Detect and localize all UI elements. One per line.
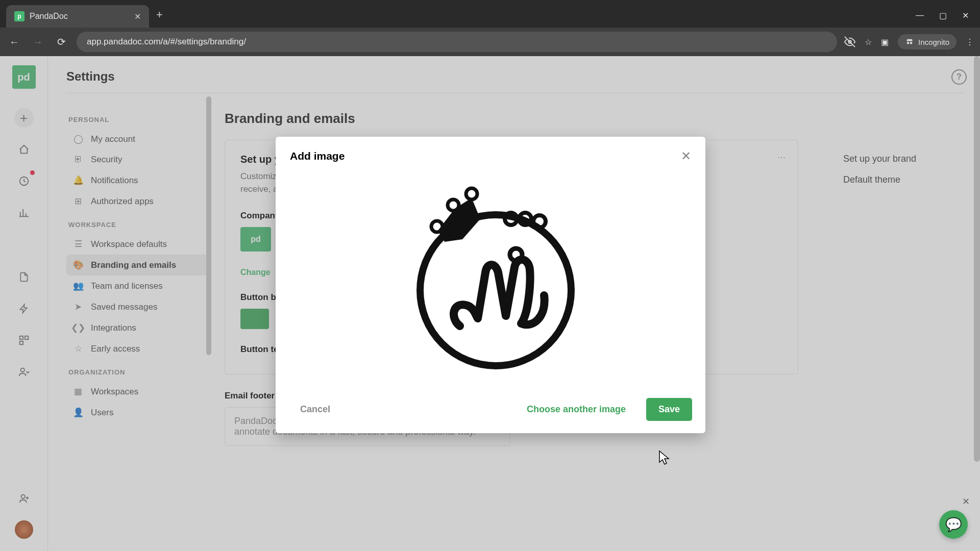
uploaded-logo-preview xyxy=(401,186,580,369)
tab-title: PandaDoc xyxy=(30,12,68,21)
browser-tab[interactable]: p PandaDoc ✕ xyxy=(6,5,149,28)
incognito-label: Incognito xyxy=(918,38,949,46)
svg-point-12 xyxy=(466,188,477,199)
svg-point-15 xyxy=(533,215,546,228)
modal-close-icon[interactable]: ✕ xyxy=(681,149,691,163)
url-text: app.pandadoc.com/a/#/settings/branding/ xyxy=(87,37,246,47)
choose-another-image-button[interactable]: Choose another image xyxy=(516,398,637,421)
modal-title: Add image xyxy=(290,150,345,162)
svg-point-2 xyxy=(910,42,913,44)
svg-point-16 xyxy=(510,248,522,261)
pandadoc-favicon: p xyxy=(14,11,24,21)
chat-close-icon[interactable]: ✕ xyxy=(962,496,970,507)
incognito-badge[interactable]: Incognito xyxy=(898,34,957,49)
forward-button[interactable]: → xyxy=(30,34,46,50)
eye-off-icon[interactable] xyxy=(844,36,855,47)
modal-body xyxy=(276,176,705,390)
address-bar[interactable]: app.pandadoc.com/a/#/settings/branding/ xyxy=(77,32,837,52)
bookmark-star-icon[interactable]: ☆ xyxy=(865,37,872,47)
browser-toolbar: ← → ⟳ app.pandadoc.com/a/#/settings/bran… xyxy=(0,28,980,56)
cancel-button[interactable]: Cancel xyxy=(289,398,341,421)
tab-close-icon[interactable]: ✕ xyxy=(134,12,141,21)
kebab-menu-icon[interactable]: ⋮ xyxy=(966,37,974,47)
window-close-icon[interactable]: ✕ xyxy=(962,11,969,20)
chat-launcher[interactable]: 💬 xyxy=(939,510,968,539)
maximize-icon[interactable]: ▢ xyxy=(939,11,947,20)
reload-button[interactable]: ⟳ xyxy=(53,34,69,50)
back-button[interactable]: ← xyxy=(6,34,22,50)
svg-point-1 xyxy=(907,42,910,44)
browser-titlebar: p PandaDoc ✕ + ― ▢ ✕ xyxy=(0,0,980,28)
new-tab-button[interactable]: + xyxy=(156,8,163,21)
window-controls: ― ▢ ✕ xyxy=(916,11,980,28)
minimize-icon[interactable]: ― xyxy=(916,11,924,20)
add-image-modal: Add image ✕ Cancel Choose another image … xyxy=(276,137,705,433)
save-button[interactable]: Save xyxy=(646,398,692,421)
panel-icon[interactable]: ▣ xyxy=(881,37,889,47)
